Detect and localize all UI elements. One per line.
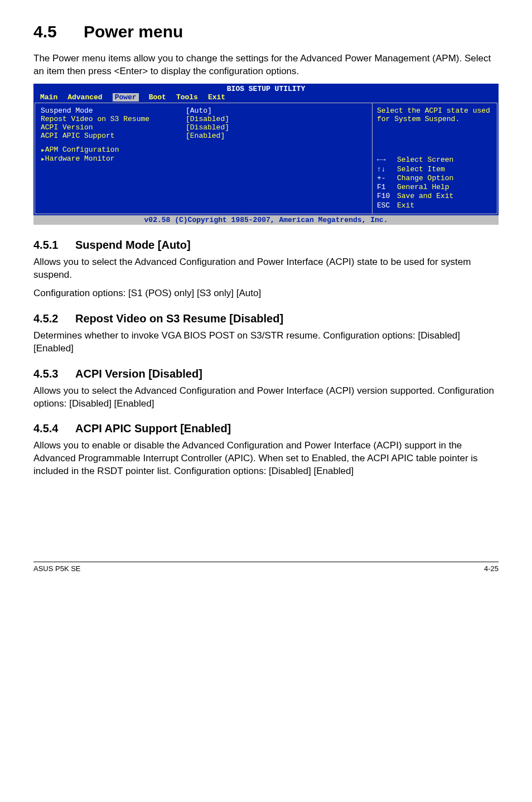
subsection-para: Determines whether to invoke VGA BIOS PO… <box>33 330 499 355</box>
bios-row-value: [Enabled] <box>186 132 225 140</box>
key-desc: Select Screen <box>397 156 453 164</box>
bios-tab-main[interactable]: Main <box>40 93 57 102</box>
bios-tab-power[interactable]: Power <box>113 93 139 102</box>
subsection-title: ACPI APIC Support [Enabled] <box>75 422 231 434</box>
bios-row-acpi-apic[interactable]: ACPI APIC Support [Enabled] <box>41 132 366 140</box>
subsection-number: 4.5.2 <box>33 312 75 325</box>
bios-row-label: ACPI APIC Support <box>41 132 186 140</box>
bios-row-value: [Auto] <box>186 107 212 115</box>
bios-tab-boot[interactable]: Boot <box>149 93 166 102</box>
section-number: 4.5 <box>33 22 84 41</box>
footer-left: ASUS P5K SE <box>33 564 81 573</box>
key: ←→ <box>377 156 397 165</box>
subsection-number: 4.5.3 <box>33 368 75 380</box>
bios-row-label: Suspend Mode <box>41 107 186 115</box>
subsection-para: Allows you to select the Advanced Config… <box>33 385 499 410</box>
section-heading: 4.5Power menu <box>33 22 499 41</box>
section-title-text: Power menu <box>84 22 183 41</box>
subsection-title: Suspend Mode [Auto] <box>75 239 191 251</box>
key-desc: Exit <box>397 201 414 210</box>
key-desc: Save and Exit <box>397 192 453 200</box>
bios-row-label: ACPI Version <box>41 123 186 132</box>
subsection-heading: 4.5.1Suspend Mode [Auto] <box>33 239 499 252</box>
subsection-para: Allows you to enable or disable the Adva… <box>33 439 499 478</box>
bios-row-value: [Disabled] <box>186 123 229 132</box>
bios-submenu-hwmon[interactable]: Hardware Monitor <box>41 154 366 163</box>
bios-help-panel: Select the ACPI state used for System Su… <box>372 103 497 214</box>
bios-settings-panel: Suspend Mode [Auto] Repost Video on S3 R… <box>35 103 372 214</box>
bios-submenu-label: Hardware Monitor <box>45 154 115 163</box>
bios-submenu-label: APM Configuration <box>45 146 119 154</box>
subsection-para: Allows you to select the Advanced Config… <box>33 256 499 282</box>
key-desc: Change Option <box>397 174 453 182</box>
subsection-heading: 4.5.3ACPI Version [Disabled] <box>33 368 499 380</box>
bios-tab-advanced[interactable]: Advanced <box>67 93 102 102</box>
bios-row-acpi-version[interactable]: ACPI Version [Disabled] <box>41 123 366 132</box>
bios-title: BIOS SETUP UTILITY <box>33 84 499 93</box>
bios-tab-bar: Main Advanced Power Boot Tools Exit <box>33 93 499 103</box>
bios-key-legend: ←→Select Screen ↑↓Select Item +-Change O… <box>377 156 492 210</box>
subsection-heading: 4.5.4ACPI APIC Support [Enabled] <box>33 422 499 435</box>
key: F10 <box>377 192 397 201</box>
key: ↑↓ <box>377 165 397 174</box>
bios-footer: v02.58 (C)Copyright 1985-2007, American … <box>33 215 499 225</box>
subsection-heading: 4.5.2Repost Video on S3 Resume [Disabled… <box>33 312 499 325</box>
page-footer: ASUS P5K SE 4-25 <box>33 562 499 573</box>
bios-tab-exit[interactable]: Exit <box>208 93 225 102</box>
key: ESC <box>377 201 397 210</box>
key: +- <box>377 174 397 183</box>
bios-row-suspend-mode[interactable]: Suspend Mode [Auto] <box>41 107 366 115</box>
footer-right: 4-25 <box>484 564 499 573</box>
subsection-number: 4.5.4 <box>33 422 75 435</box>
bios-row-value: [Disabled] <box>186 115 229 123</box>
key-desc: Select Item <box>397 165 445 173</box>
bios-screenshot: BIOS SETUP UTILITY Main Advanced Power B… <box>33 84 499 225</box>
bios-help-text: Select the ACPI state used for System Su… <box>377 107 492 124</box>
bios-row-repost-video[interactable]: Repost Video on S3 Resume [Disabled] <box>41 115 366 123</box>
key-desc: General Help <box>397 183 449 191</box>
subsection-title: Repost Video on S3 Resume [Disabled] <box>75 312 283 325</box>
subsection-number: 4.5.1 <box>33 239 75 252</box>
subsection-title: ACPI Version [Disabled] <box>75 368 202 380</box>
bios-row-label: Repost Video on S3 Resume <box>41 115 186 123</box>
subsection-para: Configuration options: [S1 (POS) only] [… <box>33 287 499 300</box>
bios-tab-tools[interactable]: Tools <box>176 93 198 102</box>
key: F1 <box>377 183 397 192</box>
bios-submenu-apm[interactable]: APM Configuration <box>41 146 366 154</box>
intro-paragraph: The Power menu items allow you to change… <box>33 52 499 78</box>
